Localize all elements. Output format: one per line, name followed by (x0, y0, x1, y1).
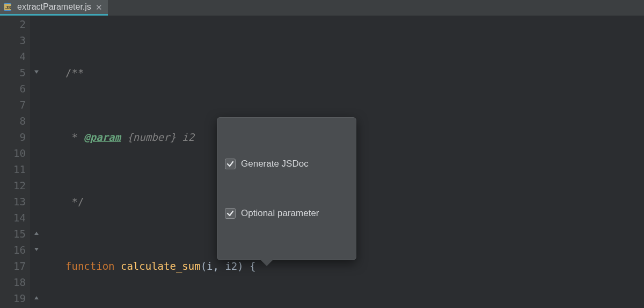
line-number: 18 (0, 274, 26, 290)
line-number: 17 (0, 258, 26, 274)
line-number: 7 (0, 97, 26, 113)
fold-marker-icon[interactable] (32, 68, 41, 76)
checkbox-checked-icon[interactable] (225, 208, 236, 219)
line-number: 6 (0, 81, 26, 97)
line-number: 16 (0, 242, 26, 258)
line-number: 8 (0, 113, 26, 129)
file-tab[interactable]: JS extractParameter.js ✕ (0, 0, 108, 16)
line-number: 3 (0, 32, 26, 48)
line-number: 9 (0, 129, 26, 145)
option-label: Generate JSDoc (241, 156, 309, 172)
checkbox-checked-icon[interactable] (225, 159, 236, 169)
line-number: 2 (0, 16, 26, 32)
line-number: 10 (0, 145, 26, 161)
line-number: 19 (0, 290, 26, 306)
line-number: 5 (0, 65, 26, 81)
svg-text:JS: JS (5, 5, 11, 10)
fold-marker-icon[interactable] (32, 293, 41, 302)
line-number: 14 (0, 210, 26, 226)
code-area[interactable]: /** * @param {number} i2 */ function cal… (54, 16, 644, 308)
close-icon[interactable]: ✕ (96, 3, 103, 11)
editor: 2345678910111213141516171819 /** * @para… (0, 16, 644, 308)
fold-marker-icon[interactable] (32, 229, 41, 238)
tab-filename: extractParameter.js (17, 2, 91, 12)
line-number: 15 (0, 226, 26, 242)
fold-column (30, 16, 54, 308)
option-generate-jsdoc[interactable]: Generate JSDoc (225, 155, 348, 173)
line-number: 4 (0, 48, 26, 65)
tab-bar: JS extractParameter.js ✕ (0, 0, 644, 16)
js-file-icon: JS (3, 2, 13, 12)
option-label: Optional parameter (241, 205, 319, 221)
fold-marker-icon[interactable] (32, 245, 41, 254)
code-line: function calculate_sum(i, i2) { (54, 258, 644, 274)
line-number: 12 (0, 177, 26, 194)
option-optional-parameter[interactable]: Optional parameter (225, 205, 348, 222)
line-number: 13 (0, 194, 26, 210)
line-number: 11 (0, 161, 26, 177)
code-line: /** (54, 65, 644, 81)
line-number-gutter: 2345678910111213141516171819 (0, 16, 30, 308)
refactor-options-popup: Generate JSDoc Optional parameter (217, 117, 356, 260)
